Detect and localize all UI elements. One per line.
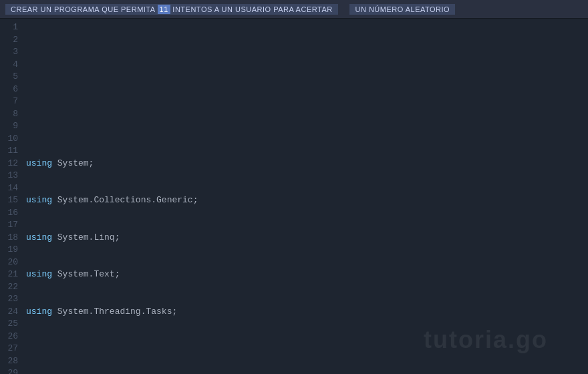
code-line-9 — [26, 343, 583, 355]
line-num-24: 24 — [4, 306, 18, 319]
code-line-2 — [26, 83, 583, 96]
line-num-19: 19 — [4, 244, 18, 256]
line-num-3: 3 — [4, 46, 18, 59]
code-line-6: using System.Linq; — [26, 232, 583, 244]
task-text-1: CREAR UN PROGRAMA QUE PERMITA 11 INTENTO… — [5, 4, 338, 15]
line-num-16: 16 — [4, 207, 18, 220]
line-numbers: 1 2 3 4 5 6 7 8 9 10 11 12 13 14 15 16 1… — [0, 19, 23, 374]
line-num-25: 25 — [4, 318, 18, 331]
task-description: CREAR UN PROGRAMA QUE PERMITA 11 INTENTO… — [5, 5, 455, 13]
code-line-7: using System.Text; — [26, 268, 583, 281]
line-num-20: 20 — [4, 256, 18, 269]
line-num-1: 1 — [4, 21, 18, 34]
line-num-12: 12 — [4, 158, 18, 170]
code-content[interactable]: using System; using System.Collections.G… — [23, 19, 588, 374]
line-num-6: 6 — [4, 83, 18, 96]
code-line-5: using System.Collections.Generic; — [26, 194, 583, 207]
code-editor: CREAR UN PROGRAMA QUE PERMITA 11 INTENTO… — [0, 0, 588, 374]
line-num-21: 21 — [4, 268, 18, 281]
line-num-18: 18 — [4, 232, 18, 244]
code-area: 1 2 3 4 5 6 7 8 9 10 11 12 13 14 15 16 1… — [0, 19, 588, 374]
line-num-15: 15 — [4, 194, 18, 207]
line-num-17: 17 — [4, 219, 18, 232]
line-num-9: 9 — [4, 120, 18, 133]
code-line-1 — [26, 46, 583, 59]
line-num-4: 4 — [4, 59, 18, 71]
line-num-2: 2 — [4, 34, 18, 47]
line-num-26: 26 — [4, 331, 18, 343]
top-bar: CREAR UN PROGRAMA QUE PERMITA 11 INTENTO… — [0, 0, 588, 19]
attempt-count: 11 — [158, 5, 170, 14]
line-num-8: 8 — [4, 108, 18, 121]
line-num-10: 10 — [4, 133, 18, 146]
line-num-7: 7 — [4, 96, 18, 108]
line-num-11: 11 — [4, 145, 18, 158]
line-num-23: 23 — [4, 293, 18, 306]
line-num-29: 29 — [4, 367, 18, 374]
task-text-2: UN NÚMERO ALEATORIO — [349, 4, 455, 15]
line-num-14: 14 — [4, 182, 18, 195]
line-num-5: 5 — [4, 71, 18, 83]
line-num-13: 13 — [4, 170, 18, 182]
code-line-4: using System; — [26, 158, 583, 170]
line-num-27: 27 — [4, 343, 18, 355]
code-line-8: using System.Threading.Tasks; — [26, 306, 583, 319]
line-num-28: 28 — [4, 355, 18, 368]
line-num-22: 22 — [4, 281, 18, 294]
code-line-3 — [26, 120, 583, 133]
